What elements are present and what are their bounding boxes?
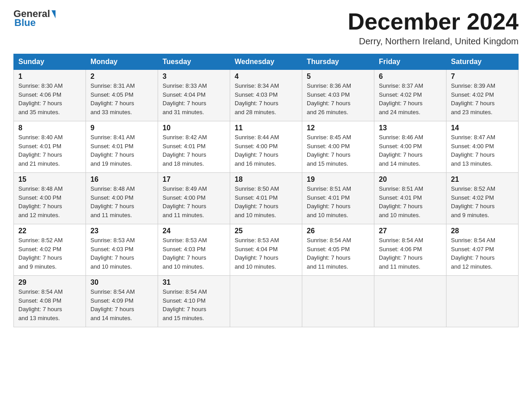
day-number: 1	[18, 73, 81, 81]
day-info: Sunrise: 8:36 AMSunset: 4:03 PMDaylight:…	[307, 81, 369, 116]
day-number: 21	[451, 176, 514, 184]
week-row-3: 15Sunrise: 8:48 AMSunset: 4:00 PMDayligh…	[14, 173, 519, 224]
calendar-cell: 17Sunrise: 8:49 AMSunset: 4:00 PMDayligh…	[158, 173, 230, 224]
location-subtitle: Derry, Northern Ireland, United Kingdom	[348, 36, 519, 47]
day-number: 31	[163, 278, 225, 287]
calendar-cell: 28Sunrise: 8:54 AMSunset: 4:07 PMDayligh…	[446, 224, 519, 276]
day-info: Sunrise: 8:47 AMSunset: 4:00 PMDaylight:…	[451, 133, 514, 168]
day-info: Sunrise: 8:30 AMSunset: 4:06 PMDaylight:…	[18, 81, 81, 116]
header-cell-monday: Monday	[86, 54, 158, 70]
week-row-4: 22Sunrise: 8:52 AMSunset: 4:02 PMDayligh…	[14, 224, 519, 276]
day-number: 30	[90, 278, 153, 287]
header-cell-saturday: Saturday	[446, 54, 519, 70]
day-info: Sunrise: 8:52 AMSunset: 4:02 PMDaylight:…	[18, 236, 81, 271]
day-info: Sunrise: 8:54 AMSunset: 4:08 PMDaylight:…	[18, 287, 81, 322]
day-number: 12	[307, 124, 369, 132]
calendar-cell: 18Sunrise: 8:50 AMSunset: 4:01 PMDayligh…	[230, 173, 302, 224]
day-info: Sunrise: 8:54 AMSunset: 4:05 PMDaylight:…	[307, 236, 369, 271]
calendar-cell: 8Sunrise: 8:40 AMSunset: 4:01 PMDaylight…	[14, 121, 86, 173]
calendar-cell: 30Sunrise: 8:54 AMSunset: 4:09 PMDayligh…	[86, 276, 158, 327]
day-number: 18	[235, 176, 297, 184]
day-number: 27	[379, 227, 442, 235]
calendar-cell: 21Sunrise: 8:52 AMSunset: 4:02 PMDayligh…	[446, 173, 519, 224]
calendar-cell: 16Sunrise: 8:48 AMSunset: 4:00 PMDayligh…	[86, 173, 158, 224]
day-number: 20	[379, 176, 442, 184]
day-number: 9	[90, 124, 153, 132]
day-info: Sunrise: 8:53 AMSunset: 4:03 PMDaylight:…	[90, 236, 153, 271]
day-number: 28	[451, 227, 514, 235]
calendar-cell: 20Sunrise: 8:51 AMSunset: 4:01 PMDayligh…	[374, 173, 446, 224]
day-info: Sunrise: 8:52 AMSunset: 4:02 PMDaylight:…	[451, 184, 514, 219]
calendar-header: SundayMondayTuesdayWednesdayThursdayFrid…	[14, 54, 519, 70]
calendar-cell: 13Sunrise: 8:46 AMSunset: 4:00 PMDayligh…	[374, 121, 446, 173]
day-info: Sunrise: 8:54 AMSunset: 4:06 PMDaylight:…	[379, 236, 442, 271]
day-number: 3	[163, 73, 225, 81]
calendar-cell: 12Sunrise: 8:45 AMSunset: 4:00 PMDayligh…	[302, 121, 374, 173]
day-info: Sunrise: 8:54 AMSunset: 4:07 PMDaylight:…	[451, 236, 514, 271]
day-info: Sunrise: 8:49 AMSunset: 4:00 PMDaylight:…	[163, 184, 225, 219]
day-number: 16	[90, 176, 153, 184]
day-number: 8	[18, 124, 81, 132]
calendar-cell: 31Sunrise: 8:54 AMSunset: 4:10 PMDayligh…	[158, 276, 230, 327]
calendar-table: SundayMondayTuesdayWednesdayThursdayFrid…	[13, 54, 519, 327]
calendar-cell: 7Sunrise: 8:39 AMSunset: 4:02 PMDaylight…	[446, 70, 519, 121]
calendar-cell: 9Sunrise: 8:41 AMSunset: 4:01 PMDaylight…	[86, 121, 158, 173]
day-number: 13	[379, 124, 442, 132]
day-number: 6	[379, 73, 442, 81]
day-info: Sunrise: 8:51 AMSunset: 4:01 PMDaylight:…	[307, 184, 369, 219]
day-info: Sunrise: 8:45 AMSunset: 4:00 PMDaylight:…	[307, 133, 369, 168]
day-number: 24	[163, 227, 225, 235]
calendar-cell	[446, 276, 519, 327]
header-cell-sunday: Sunday	[14, 54, 86, 70]
day-number: 11	[235, 124, 297, 132]
logo: General Blue	[13, 9, 56, 29]
calendar-cell: 27Sunrise: 8:54 AMSunset: 4:06 PMDayligh…	[374, 224, 446, 276]
day-info: Sunrise: 8:53 AMSunset: 4:03 PMDaylight:…	[163, 236, 225, 271]
header-cell-wednesday: Wednesday	[230, 54, 302, 70]
calendar-cell: 6Sunrise: 8:37 AMSunset: 4:02 PMDaylight…	[374, 70, 446, 121]
calendar-cell	[374, 276, 446, 327]
calendar-cell: 29Sunrise: 8:54 AMSunset: 4:08 PMDayligh…	[14, 276, 86, 327]
day-info: Sunrise: 8:40 AMSunset: 4:01 PMDaylight:…	[18, 133, 81, 168]
day-number: 7	[451, 73, 514, 81]
calendar-cell: 2Sunrise: 8:31 AMSunset: 4:05 PMDaylight…	[86, 70, 158, 121]
logo-triangle-icon	[51, 10, 56, 18]
day-number: 23	[90, 227, 153, 235]
day-number: 19	[307, 176, 369, 184]
calendar-cell: 23Sunrise: 8:53 AMSunset: 4:03 PMDayligh…	[86, 224, 158, 276]
month-title: December 2024	[348, 9, 519, 34]
calendar-cell	[230, 276, 302, 327]
day-info: Sunrise: 8:31 AMSunset: 4:05 PMDaylight:…	[90, 81, 153, 116]
day-info: Sunrise: 8:54 AMSunset: 4:09 PMDaylight:…	[90, 287, 153, 322]
day-number: 29	[18, 278, 81, 287]
calendar-cell	[302, 276, 374, 327]
day-info: Sunrise: 8:46 AMSunset: 4:00 PMDaylight:…	[379, 133, 442, 168]
day-number: 2	[90, 73, 153, 81]
day-info: Sunrise: 8:48 AMSunset: 4:00 PMDaylight:…	[90, 184, 153, 219]
day-info: Sunrise: 8:50 AMSunset: 4:01 PMDaylight:…	[235, 184, 297, 219]
week-row-5: 29Sunrise: 8:54 AMSunset: 4:08 PMDayligh…	[14, 276, 519, 327]
day-info: Sunrise: 8:39 AMSunset: 4:02 PMDaylight:…	[451, 81, 514, 116]
day-number: 10	[163, 124, 225, 132]
header-cell-tuesday: Tuesday	[158, 54, 230, 70]
calendar-cell: 3Sunrise: 8:33 AMSunset: 4:04 PMDaylight…	[158, 70, 230, 121]
week-row-1: 1Sunrise: 8:30 AMSunset: 4:06 PMDaylight…	[14, 70, 519, 121]
day-number: 4	[235, 73, 297, 81]
day-info: Sunrise: 8:51 AMSunset: 4:01 PMDaylight:…	[379, 184, 442, 219]
calendar-cell: 19Sunrise: 8:51 AMSunset: 4:01 PMDayligh…	[302, 173, 374, 224]
day-info: Sunrise: 8:42 AMSunset: 4:01 PMDaylight:…	[163, 133, 225, 168]
day-number: 14	[451, 124, 514, 132]
calendar-cell: 10Sunrise: 8:42 AMSunset: 4:01 PMDayligh…	[158, 121, 230, 173]
page-header: General Blue December 2024 Derry, Northe…	[13, 9, 519, 47]
day-number: 25	[235, 227, 297, 235]
calendar-cell: 25Sunrise: 8:53 AMSunset: 4:04 PMDayligh…	[230, 224, 302, 276]
logo-text-blue: Blue	[14, 17, 36, 29]
calendar-cell: 22Sunrise: 8:52 AMSunset: 4:02 PMDayligh…	[14, 224, 86, 276]
day-number: 22	[18, 227, 81, 235]
day-number: 15	[18, 176, 81, 184]
day-info: Sunrise: 8:41 AMSunset: 4:01 PMDaylight:…	[90, 133, 153, 168]
title-area: December 2024 Derry, Northern Ireland, U…	[348, 9, 519, 47]
calendar-cell: 15Sunrise: 8:48 AMSunset: 4:00 PMDayligh…	[14, 173, 86, 224]
header-row: SundayMondayTuesdayWednesdayThursdayFrid…	[14, 54, 519, 70]
calendar-cell: 14Sunrise: 8:47 AMSunset: 4:00 PMDayligh…	[446, 121, 519, 173]
